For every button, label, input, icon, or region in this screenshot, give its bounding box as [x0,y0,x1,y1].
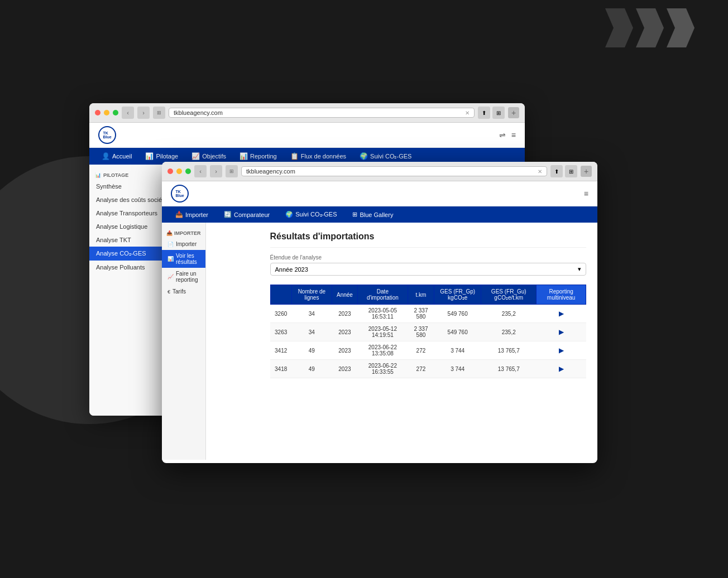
th-annee: Année [332,285,357,305]
nav-back-button[interactable]: ‹ [122,107,134,119]
nav-forward-button[interactable]: › [137,107,150,119]
close-dot[interactable] [95,110,100,115]
importer-nav-icon: 📥 [175,211,183,218]
filter-label: Étendue de l'analyse [270,254,586,261]
th-tkm: t.km [408,285,434,305]
reporting-icon: 📊 [240,152,248,160]
table-row: 3418 49 2023 2023-06-22 16:33:55 272 3 7… [270,360,586,378]
add-bookmark-button-front[interactable]: ⊞ [565,165,577,177]
minimize-dot-front[interactable] [176,168,182,174]
filter-icon[interactable]: ⇌ [499,131,506,139]
table-header-row: Nombre de lignes Année Date d'importatio… [270,285,586,305]
results-title: Résultats d'importations [270,232,586,248]
table-body: 3260 34 2023 2023-05-05 16:53:11 2 337 5… [270,305,586,378]
pilotage-icon: 📊 [145,152,154,160]
cell-ges-gu-1: 235,2 [481,305,537,323]
add-bookmark-button[interactable]: ⊞ [492,107,505,119]
th-ges-gp: GES (FR_Gp) kgCO₂e [434,285,481,305]
report-icon-1[interactable]: ▶ [559,310,564,317]
th-ges-gu: GES (FR_Gu) gCO₂e/t.km [481,285,537,305]
importer-section-icon: 📥 [166,230,173,236]
suivi-icon: 🌍 [360,152,368,160]
imp-importer-icon: 📄 [167,242,174,247]
cell-tkm-1: 2 337 580 [408,305,434,323]
front-nav-importer[interactable]: 📥 Importer [167,206,216,223]
cell-tkm-3: 272 [408,341,434,360]
imp-item-importer[interactable]: 📄 Importer [162,238,205,250]
logo-back: TKBlue [98,126,116,144]
browser-action-buttons-front: ⬆ ⊞ [550,165,577,177]
cell-icon-1[interactable]: ▶ [537,305,586,323]
header-icons-back: ⇌ ≡ [499,131,516,139]
cell-ges-gu-2: 235,2 [481,323,537,341]
suivi-nav-icon: 🌍 [285,211,293,218]
logo-circle-front: TKBlue [171,185,189,203]
imp-reporting-icon: 📈 [167,274,174,280]
nav-back-button-front[interactable]: ‹ [194,165,207,177]
grid-view-button-front[interactable]: ⊞ [226,165,238,177]
url-text-back: tkblueagency.com [174,109,223,116]
minimize-dot[interactable] [104,110,109,115]
report-icon-3[interactable]: ▶ [559,346,564,354]
url-text-front: tkblueagency.com [246,168,295,175]
front-nav-suivi[interactable]: 🌍 Suivi CO₂-GES [277,206,344,223]
cell-icon-4[interactable]: ▶ [537,360,586,378]
cell-icon-2[interactable]: ▶ [537,323,586,341]
app-header-back: TKBlue ⇌ ≡ [89,123,525,148]
filter-select[interactable]: Année 2023 ▾ [270,263,586,276]
cell-ges-gp-4: 3 744 [434,360,481,378]
cell-date-4: 2023-06-22 16:33:55 [357,360,408,378]
chevron-down-icon: ▾ [578,266,581,273]
nav-accueil[interactable]: 👤 Accueil [95,148,138,165]
browser-action-buttons: ⬆ ⊞ [478,107,505,119]
close-dot-front[interactable] [167,168,173,174]
share-button[interactable]: ⬆ [478,107,490,119]
pilotage-section-icon: 📊 [95,172,101,178]
menu-icon-back[interactable]: ≡ [511,131,516,139]
th-reporting: Reporting multiniveau [537,285,586,305]
browser-chrome-back: ‹ › ⊞ tkblueagency.com ✕ ⬆ ⊞ + [89,103,525,123]
results-content: Résultats d'importations Étendue de l'an… [259,223,597,460]
address-bar-front[interactable]: tkblueagency.com ✕ [241,166,547,176]
address-bar-back[interactable]: tkblueagency.com ✕ [169,108,475,118]
front-nav-gallery[interactable]: ⊞ Blue Gallery [344,206,401,223]
browser-window-front: ‹ › ⊞ tkblueagency.com ✕ ⬆ ⊞ + TKBlue ≡ … [162,162,597,463]
browser-chrome-front: ‹ › ⊞ tkblueagency.com ✕ ⬆ ⊞ + [162,162,597,181]
cell-annee-3: 2023 [332,341,357,360]
logo-circle-back: TKBlue [98,126,116,144]
cell-annee-4: 2023 [332,360,357,378]
cell-tkm-2: 2 337 580 [408,323,434,341]
cell-icon-3[interactable]: ▶ [537,341,586,360]
grid-view-button[interactable]: ⊞ [153,107,165,119]
comparateur-nav-icon: 🔄 [224,211,232,218]
results-table: Nombre de lignes Année Date d'importatio… [270,285,586,378]
nav-forward-button-front[interactable]: › [210,165,222,177]
menu-icon-front[interactable]: ≡ [584,189,588,198]
new-tab-button[interactable]: + [508,107,519,118]
cell-ges-gp-2: 549 760 [434,323,481,341]
th-lignes: Nombre de lignes [291,285,332,305]
cell-lignes-4: 49 [291,360,332,378]
front-browser-body: 📥 IMPORTER 📄 Importer 📊 Voir les résulta… [162,223,597,460]
front-nav-comparateur[interactable]: 🔄 Comparateur [216,206,277,223]
cell-lignes-3: 49 [291,341,332,360]
flux-icon: 📋 [290,152,299,160]
share-button-front[interactable]: ⬆ [550,165,563,177]
report-icon-2[interactable]: ▶ [559,328,564,336]
cell-ges-gp-3: 3 744 [434,341,481,360]
importer-sidebar: 📥 IMPORTER 📄 Importer 📊 Voir les résulta… [162,223,206,460]
app-header-front: TKBlue ≡ [162,181,597,206]
maximize-dot[interactable] [113,110,118,115]
imp-item-reporting[interactable]: 📈 Faire un reporting [162,268,205,286]
report-icon-4[interactable]: ▶ [559,365,564,373]
maximize-dot-front[interactable] [185,168,191,174]
table-row: 3260 34 2023 2023-05-05 16:53:11 2 337 5… [270,305,586,323]
imp-item-voir-resultats[interactable]: 📊 Voir les résultats [162,250,205,268]
imp-tarifs-icon: € [167,289,170,295]
cell-id-1: 3260 [270,305,291,323]
cell-id-2: 3263 [270,323,291,341]
gallery-nav-icon: ⊞ [352,211,357,218]
new-tab-button-front[interactable]: + [581,166,592,177]
imp-item-tarifs[interactable]: € Tarifs [162,286,205,297]
th-date: Date d'importation [357,285,408,305]
